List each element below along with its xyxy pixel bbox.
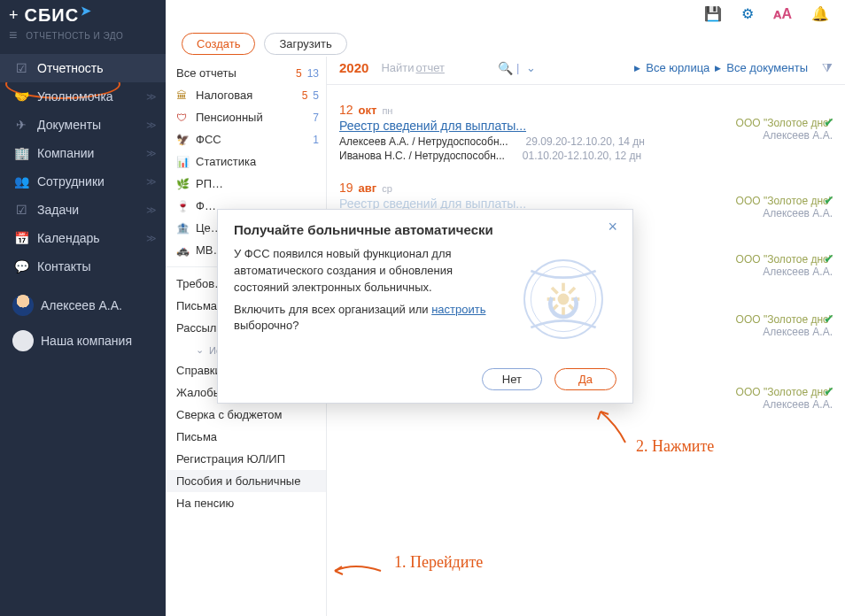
- cat-label: Регистрация ЮЛ/ИП: [176, 452, 319, 466]
- filter-entities[interactable]: Все юрлица: [646, 61, 709, 74]
- bell-icon[interactable]: 🔔: [811, 5, 829, 22]
- entry-row[interactable]: Иванова Н.С. / Нетрудоспособн... 01.10.2…: [339, 149, 833, 163]
- check-icon: ✔: [824, 115, 834, 129]
- modal-text-2b: выборочно?: [234, 319, 299, 332]
- dow: пн: [382, 105, 392, 116]
- count-red: 5: [302, 89, 308, 102]
- calendar-icon: 📅: [12, 231, 30, 245]
- search-icon: 🔍: [498, 61, 513, 75]
- nav-reports[interactable]: ☑ Отчетность: [0, 54, 166, 82]
- cat-label: На пенсию: [176, 497, 319, 510]
- search-placeholder: отчет: [415, 61, 444, 74]
- nav-label: Отчетность: [37, 61, 104, 75]
- nav-employees[interactable]: 👥 Сотрудники ≫: [0, 167, 166, 196]
- chevron-down-icon[interactable]: ⌄: [526, 61, 536, 74]
- cat-benefits[interactable]: Пособия и больничные: [166, 470, 326, 492]
- chevron-icon: ≫: [146, 119, 157, 131]
- check-icon: ✔: [824, 312, 834, 326]
- upload-button[interactable]: Загрузить: [264, 33, 346, 55]
- filter-links: ▶ Все юрлица ▶ Все документы ⧩: [634, 60, 833, 75]
- people-icon: 👥: [12, 174, 30, 189]
- modal-title: Получайте больничные автоматически: [234, 222, 616, 237]
- cat-statistics[interactable]: 📊 Статистика: [166, 150, 326, 173]
- cat-all-reports[interactable]: Все отчеты 5 13: [166, 62, 326, 84]
- check-icon: ✔: [824, 384, 834, 398]
- close-button[interactable]: ×: [601, 217, 624, 237]
- cat-tax[interactable]: 🏛 Налоговая 5 5: [166, 84, 326, 106]
- month: окт: [359, 104, 377, 117]
- modal-no-button[interactable]: Нет: [482, 368, 542, 390]
- modal-yes-button[interactable]: Да: [554, 368, 616, 390]
- count-blue: 13: [307, 67, 319, 80]
- sidebar: + СБИС ➤ ≡ ОТЧЕТНОСТЬ И ЭДО ☑ Отчетность…: [0, 0, 166, 616]
- cat-label: Пенсионный: [196, 111, 313, 124]
- nav-authorization[interactable]: 🤝 Уполномочка ≫: [0, 82, 166, 111]
- filter-docs[interactable]: Все документы: [726, 61, 808, 74]
- cat-reconciliation[interactable]: Сверка с бюджетом: [166, 404, 326, 426]
- cat-fss[interactable]: 🦅 ФСС 1: [166, 128, 326, 150]
- cat-registration[interactable]: Регистрация ЮЛ/ИП: [166, 448, 326, 470]
- cat-label: Статистика: [196, 155, 319, 168]
- modal-text-2a: Включить для всех организаций или: [234, 303, 431, 316]
- count-red: 5: [296, 67, 302, 80]
- chevron-icon: ≫: [146, 91, 157, 103]
- nav-company[interactable]: Наша компания: [0, 323, 166, 358]
- nav-label: Контакты: [37, 259, 90, 273]
- font-size-icon[interactable]: ᴀA: [773, 5, 792, 22]
- police-icon: 🚓: [176, 244, 192, 257]
- logo-plus-icon: +: [9, 6, 19, 25]
- nav-calendar[interactable]: 📅 Календарь ≫: [0, 224, 166, 252]
- cat-letters-out[interactable]: Письма: [166, 426, 326, 448]
- company-name: Наша компания: [41, 334, 132, 348]
- nav-documents[interactable]: ✈ Документы ≫: [0, 111, 166, 139]
- nav-companies[interactable]: 🏢 Компании ≫: [0, 139, 166, 167]
- day: 19: [339, 181, 353, 195]
- org-name: ООО "Золотое дно": [709, 117, 833, 129]
- nav-user[interactable]: Алексеев А.А.: [0, 288, 166, 323]
- modal-text-1: У ФСС появился новый функционал для авто…: [234, 246, 501, 296]
- logo-text: СБИС: [25, 5, 80, 26]
- org-person: Алексеев А.А.: [709, 398, 833, 411]
- entry-meta: 01.10.20-12.10.20, 12 дн: [523, 150, 641, 162]
- cat-pension-out[interactable]: На пенсию: [166, 492, 326, 514]
- check-icon: ☑: [12, 203, 30, 217]
- gear-icon[interactable]: ⚙: [741, 5, 754, 22]
- create-button[interactable]: Создать: [182, 33, 255, 55]
- save-icon[interactable]: 💾: [704, 5, 722, 22]
- year-filter[interactable]: 2020: [339, 60, 368, 75]
- chat-icon: 💬: [12, 259, 30, 273]
- cat-rp[interactable]: 🌿 РП…: [166, 173, 326, 195]
- chevron-icon: ≫: [146, 233, 157, 244]
- handshake-icon: 🤝: [12, 89, 30, 104]
- search[interactable]: Найти отчет 🔍: [381, 61, 513, 75]
- org-name: ООО "Золотое дно": [709, 195, 833, 207]
- cat-label: Пособия и больничные: [176, 474, 319, 488]
- fss-icon: 🦅: [176, 134, 192, 146]
- cat-pension[interactable]: 🛡 Пенсионный 7: [166, 106, 326, 128]
- cat-label: Все отчеты: [176, 66, 296, 80]
- avatar: [12, 295, 34, 316]
- count-blue: 1: [313, 134, 319, 146]
- org-person: Алексеев А.А.: [709, 129, 833, 142]
- top-actions: 💾 ⚙ ᴀA 🔔: [166, 0, 845, 22]
- entry-person: Иванова Н.С. / Нетрудоспособн...: [339, 150, 505, 162]
- search-label: Найти: [381, 61, 414, 74]
- check-icon: ✔: [824, 193, 834, 207]
- org-name: ООО "Золотое дно": [709, 386, 833, 398]
- chevron-icon: ≫: [146, 148, 157, 159]
- funnel-icon[interactable]: ⧩: [822, 60, 833, 75]
- stats-icon: 📊: [176, 156, 192, 168]
- org-name: ООО "Золотое дно": [709, 253, 833, 266]
- nav-contacts[interactable]: 💬 Контакты: [0, 252, 166, 281]
- nav-label: Компании: [37, 146, 94, 160]
- modal-link-configure[interactable]: настроить: [431, 303, 485, 316]
- modal-dialog: × Получайте больничные автоматически У Ф…: [217, 209, 633, 404]
- date-header: 12 окт пн: [339, 97, 833, 119]
- nav-tasks[interactable]: ☑ Задачи ≫: [0, 196, 166, 224]
- check-icon: ✔: [824, 251, 834, 266]
- entry-meta: 29.09.20-12.10.20, 14 дн: [526, 135, 645, 148]
- building-icon: 🏢: [12, 146, 30, 160]
- pension-icon: 🛡: [176, 112, 192, 124]
- count-blue: 5: [313, 89, 319, 102]
- menu-icon[interactable]: ≡: [9, 27, 17, 43]
